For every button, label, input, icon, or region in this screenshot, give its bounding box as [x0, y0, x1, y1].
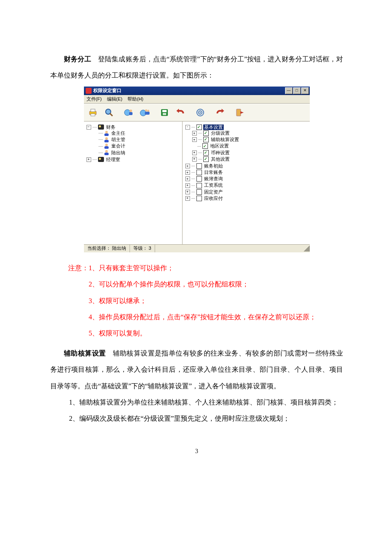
- menu-edit[interactable]: 编辑(E): [107, 96, 123, 102]
- toolbar-search-button[interactable]: [102, 105, 116, 120]
- status-level: 等级： 3: [130, 245, 155, 252]
- checkbox[interactable]: ✓: [203, 137, 209, 142]
- permission-node[interactable]: 分级设置: [210, 130, 231, 136]
- svg-marker-21: [240, 111, 244, 114]
- expand-icon[interactable]: +: [185, 164, 190, 168]
- app-icon: [86, 88, 92, 94]
- heading-finance-division: 财务分工: [64, 55, 91, 63]
- svg-marker-19: [222, 109, 224, 113]
- permission-node[interactable]: 地区设置: [209, 143, 230, 149]
- tree-node-user[interactable]: 金主任: [110, 130, 126, 136]
- checkbox[interactable]: ✓: [203, 130, 209, 136]
- text-finance-division-body: 登陆集成账务后，点击“系统管理”下的“财务分工”按钮，进入财务分工对话框，对本单…: [50, 55, 343, 79]
- svg-line-4: [110, 113, 112, 116]
- checkbox[interactable]: [196, 176, 202, 182]
- expand-icon: [192, 144, 196, 148]
- checkbox[interactable]: ✓: [196, 124, 202, 130]
- toolbar-users-button[interactable]: [138, 105, 152, 120]
- expand-icon[interactable]: +: [192, 131, 197, 136]
- checkbox[interactable]: [196, 163, 202, 169]
- checkbox[interactable]: [196, 183, 202, 188]
- user-tree-pane[interactable]: − ······· 财务 ·······金主任 ·······胡主管 ·····…: [84, 121, 183, 244]
- user-icon: [104, 150, 109, 155]
- svg-marker-15: [176, 109, 179, 113]
- heading-aux-accounting: 辅助核算设置: [64, 350, 106, 357]
- checkbox[interactable]: ✓: [203, 150, 209, 156]
- toolbar-undo-button[interactable]: [173, 105, 188, 120]
- svg-rect-7: [129, 112, 133, 115]
- permission-node[interactable]: 固定资产: [203, 189, 224, 195]
- menu-bar: 文件(F) 编辑(E) 帮助(H): [84, 95, 310, 104]
- svg-point-18: [199, 112, 201, 113]
- notes-block: 注意：1、只有账套主管可以操作； 2、可以分配单个操作员的权限，也可以分配组权限…: [50, 260, 343, 342]
- toolbar-save-button[interactable]: [157, 105, 172, 120]
- note-item: 注意：1、只有账套主管可以操作；: [68, 260, 343, 276]
- checkbox[interactable]: ✓: [203, 156, 209, 162]
- permission-node[interactable]: 账簿查询: [203, 176, 224, 182]
- tree-node-finance[interactable]: 财务: [105, 124, 116, 130]
- minimize-button[interactable]: —: [285, 87, 293, 94]
- toolbar-exit-button[interactable]: [232, 105, 247, 120]
- expand-icon[interactable]: +: [192, 137, 197, 142]
- maximize-button[interactable]: □: [293, 87, 301, 94]
- svg-rect-2: [91, 114, 95, 116]
- svg-point-10: [147, 110, 149, 112]
- title-bar[interactable]: 权限设定窗口 — □ ✕: [84, 87, 310, 95]
- toolbar-user-button[interactable]: [121, 105, 136, 120]
- expand-icon[interactable]: +: [192, 157, 197, 162]
- permission-tree-pane[interactable]: -······✓ 基本设置+······✓ 分级设置+······✓ 辅助核算设…: [183, 121, 310, 244]
- page-number: 3: [50, 444, 343, 459]
- paragraph-aux-accounting: 辅助核算设置 辅助核算设置是指单位有较多的往来业务、有较多的部门或需对一些特殊业…: [50, 345, 343, 394]
- user-icon: [104, 144, 109, 149]
- permission-node[interactable]: 币种设置: [210, 150, 231, 156]
- svg-rect-13: [162, 110, 167, 112]
- resize-grip-icon[interactable]: [304, 246, 310, 251]
- content-panes: − ······· 财务 ·······金主任 ·······胡主管 ·····…: [84, 121, 310, 244]
- permission-node[interactable]: 工资系统: [203, 182, 224, 188]
- list-item: 1、辅助核算设置分为单位往来辅助核算、个人往来辅助核算、部门核算、项目核算四类；: [50, 394, 343, 410]
- expand-icon[interactable]: -: [185, 125, 190, 130]
- tree-node-manager-office[interactable]: 经理室: [105, 157, 121, 162]
- document-page: 财务分工 登陆集成账务后，点击“系统管理”下的“财务分工”按钮，进入财务分工对话…: [0, 0, 392, 475]
- note-item: 3、权限可以继承；: [68, 293, 343, 309]
- expand-icon[interactable]: +: [185, 196, 190, 201]
- toolbar: [84, 104, 310, 121]
- permission-node[interactable]: 账务初始: [203, 163, 224, 169]
- note-item: 2、可以分配单个操作员的权限，也可以分配组权限；: [68, 276, 343, 292]
- tree-node-user[interactable]: 陆出纳: [110, 150, 126, 156]
- expand-icon[interactable]: +: [192, 150, 197, 155]
- folder-icon: [98, 124, 104, 130]
- permission-node[interactable]: 其他设置: [210, 156, 231, 162]
- menu-help[interactable]: 帮助(H): [127, 96, 143, 102]
- status-bar: 当前选择： 陆出纳 等级： 3: [84, 244, 310, 252]
- close-button[interactable]: ✕: [301, 87, 309, 94]
- svg-rect-1: [91, 109, 95, 112]
- expand-icon[interactable]: +: [185, 176, 190, 181]
- expand-icon[interactable]: −: [86, 125, 91, 130]
- checkbox[interactable]: [196, 189, 202, 195]
- expand-icon[interactable]: +: [185, 183, 190, 188]
- svg-point-9: [145, 109, 147, 111]
- toolbar-print-button[interactable]: [86, 105, 100, 120]
- expand-icon[interactable]: +: [185, 170, 190, 175]
- expand-icon[interactable]: +: [86, 157, 91, 162]
- toolbar-restore-button[interactable]: [213, 105, 227, 120]
- expand-icon[interactable]: +: [185, 190, 190, 194]
- permission-window: 权限设定窗口 — □ ✕ 文件(F) 编辑(E) 帮助(H): [84, 87, 310, 252]
- user-icon: [104, 131, 109, 136]
- svg-rect-20: [236, 109, 241, 116]
- tree-node-user[interactable]: 胡主管: [110, 137, 126, 142]
- permission-node[interactable]: 基本设置: [203, 124, 224, 130]
- svg-rect-14: [163, 113, 166, 115]
- user-icon: [104, 137, 109, 142]
- checkbox[interactable]: [196, 196, 202, 201]
- permission-node[interactable]: 日常账务: [203, 170, 224, 175]
- checkbox[interactable]: ✓: [202, 143, 208, 149]
- svg-point-6: [130, 110, 132, 112]
- permission-node[interactable]: 应收应付: [203, 196, 224, 201]
- permission-node[interactable]: 辅助核算设置: [210, 137, 240, 142]
- toolbar-target-button[interactable]: [193, 105, 208, 120]
- menu-file[interactable]: 文件(F): [86, 96, 102, 102]
- tree-node-user[interactable]: 童会计: [110, 143, 126, 149]
- checkbox[interactable]: [196, 170, 202, 175]
